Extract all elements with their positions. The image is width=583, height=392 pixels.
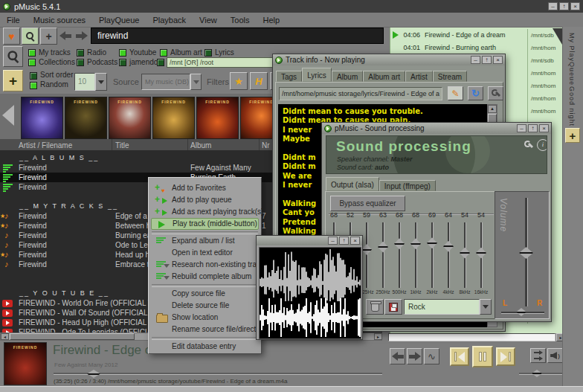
edit-lyrics-button[interactable]: ✎ <box>448 86 463 100</box>
path-filter-input[interactable] <box>167 57 280 68</box>
cell-artist[interactable]: Firewind <box>19 260 47 269</box>
delete-preset-button[interactable] <box>366 299 384 315</box>
minimize-button[interactable]: – <box>328 237 338 245</box>
menu-item-expand-album-list[interactable]: Expand album / list <box>151 235 259 247</box>
scroll-thumb[interactable] <box>10 333 135 340</box>
album-cover[interactable]: FIREWIND <box>21 97 63 139</box>
player-volume-handle[interactable] <box>532 370 542 377</box>
history-forward-button[interactable] <box>76 31 88 40</box>
checkbox-collections[interactable] <box>28 59 36 66</box>
limit-dropdown-arrow[interactable] <box>95 73 107 91</box>
refresh-lyrics-button[interactable]: ↻ <box>468 86 483 100</box>
album-cover[interactable]: FIREWIND <box>109 97 151 139</box>
info-icon[interactable]: i <box>537 139 547 151</box>
source-dropdown-arrow[interactable] <box>190 74 202 90</box>
limit-select[interactable]: 10 <box>74 73 95 91</box>
covers-scroll-left[interactable] <box>2 105 14 126</box>
sidebar-tab-my-playqueue[interactable]: My PlayQueue <box>568 33 576 86</box>
random-checkbox[interactable] <box>30 82 37 89</box>
eq-slider-track[interactable] <box>382 222 384 288</box>
menu-item-rebuild-complete-album[interactable]: Rebuild complete album <box>151 271 259 283</box>
menu-item-show-location[interactable]: Show location <box>151 312 259 324</box>
queue-title[interactable]: Firewind - Edge of a dream <box>425 31 506 39</box>
favorites-button[interactable]: ♥ <box>3 28 20 45</box>
minimize-button[interactable]: – <box>548 2 558 10</box>
menu-item-add-as-next-playing-track-s-[interactable]: +Add as next playing track(s) <box>151 206 259 218</box>
menu-playqueue[interactable]: PlayQueue <box>92 16 146 25</box>
close-button[interactable]: × <box>539 124 549 132</box>
checkbox-podcasts[interactable] <box>77 59 84 66</box>
tab-artist[interactable]: Artist <box>405 71 433 82</box>
eq-slider-track[interactable] <box>431 222 434 288</box>
checkbox-youtube[interactable] <box>119 49 126 57</box>
pause-button[interactable] <box>472 346 493 367</box>
col-artist[interactable]: Artist / Filename <box>19 141 72 150</box>
tab-album-art[interactable]: Album art <box>363 71 405 82</box>
cell-artist[interactable]: Firewind <box>19 164 47 172</box>
sidebar-tab-good-night[interactable]: Good night <box>568 86 576 126</box>
maximize-button[interactable]: ↑ <box>559 2 569 10</box>
maximize-button[interactable]: ↑ <box>482 56 492 64</box>
player-back-button[interactable] <box>390 348 405 364</box>
add-button[interactable]: + <box>3 70 23 91</box>
tab-album[interactable]: Album <box>332 71 363 82</box>
menu-item-add-to-favorites[interactable]: +♥Add to Favorites <box>151 182 259 194</box>
checkbox-album-art[interactable] <box>160 49 167 57</box>
mute-button[interactable]: ) <box>547 348 563 363</box>
lyrics-tools-button[interactable] <box>488 86 503 100</box>
next-track-button[interactable] <box>496 347 515 366</box>
eq-slider-track[interactable] <box>366 222 368 288</box>
tab-stream[interactable]: Stream <box>433 71 467 82</box>
cell-artist[interactable]: Firewind <box>19 212 47 220</box>
queue-title[interactable]: Firewind - Burning earth <box>425 44 496 51</box>
close-button[interactable]: × <box>350 237 360 245</box>
minimize-button[interactable]: – <box>471 56 480 64</box>
checkbox-jamendo[interactable] <box>119 59 126 66</box>
menu-item-play-track-middle-button-[interactable]: Play track (middle-button) <box>151 218 259 230</box>
cell-artist[interactable]: Firewind <box>19 241 47 249</box>
col-album[interactable]: Album <box>190 141 211 150</box>
cell-artist[interactable]: Firewind <box>19 222 47 230</box>
menu-item-research-non-existing-tracks[interactable]: Research non-existing tracks <box>151 259 259 271</box>
album-cover[interactable]: FIREWIND <box>65 97 107 139</box>
scroll-right-arrow[interactable]: ▸ <box>374 333 382 340</box>
checkbox-lyrics[interactable] <box>204 49 212 57</box>
volume-handle[interactable] <box>519 247 533 259</box>
now-playing-cover[interactable]: FIREWIND <box>4 342 47 385</box>
maximize-button[interactable]: ↑ <box>339 237 349 245</box>
menu-item-rename-source-file-directory[interactable]: Rename source file/directory <box>151 324 259 335</box>
balance-handle[interactable] <box>516 308 526 316</box>
playqueue-scrollbar[interactable] <box>388 333 555 341</box>
history-back-button[interactable] <box>59 31 71 40</box>
search-input[interactable] <box>91 28 384 44</box>
menu-tools[interactable]: Tools <box>224 16 257 25</box>
menu-file[interactable]: File <box>0 16 27 25</box>
previous-track-button[interactable] <box>450 347 469 366</box>
menu-item-edit-database-entry[interactable]: Edit database entry <box>151 341 259 353</box>
cell-artist[interactable]: Firewind <box>19 183 47 191</box>
cell-artist[interactable]: Firewind <box>19 251 47 259</box>
player-forward-button[interactable] <box>407 348 422 364</box>
minimize-button[interactable]: – <box>517 124 526 132</box>
sound-titlebar[interactable]: pMusic - Sound processing – ↑ × <box>322 123 551 134</box>
wrench-icon[interactable] <box>524 141 533 150</box>
album-cover[interactable]: FIREWIND <box>196 97 239 139</box>
cell-nr[interactable]: 1 <box>262 222 266 230</box>
sort-order-checkbox[interactable] <box>30 72 37 80</box>
tab-input-ffmpeg-[interactable]: Input (ffmpeg) <box>379 180 436 191</box>
save-preset-button[interactable] <box>384 299 402 315</box>
search-mode-button[interactable] <box>22 28 39 45</box>
seek-slider[interactable] <box>54 373 382 375</box>
album-cover[interactable]: FIREWIND <box>152 97 195 139</box>
eq-slider-track[interactable] <box>399 222 401 288</box>
cell-artist[interactable]: Firewind <box>19 173 47 181</box>
eq-slider-track[interactable] <box>448 222 450 288</box>
play-order-button[interactable] <box>530 348 546 363</box>
menu-music-sources[interactable]: Music sources <box>27 16 92 25</box>
add-search-button[interactable]: + <box>40 28 57 45</box>
filter-favorites-button[interactable]: ★ <box>230 72 248 90</box>
filter-equalizer-button[interactable]: H <box>250 72 268 90</box>
player-freehand-button[interactable]: ∿ <box>424 348 439 364</box>
menu-item-delete-source-file[interactable]: Delete source file <box>151 300 259 312</box>
add-playqueue-tab-button[interactable]: + <box>565 128 580 143</box>
